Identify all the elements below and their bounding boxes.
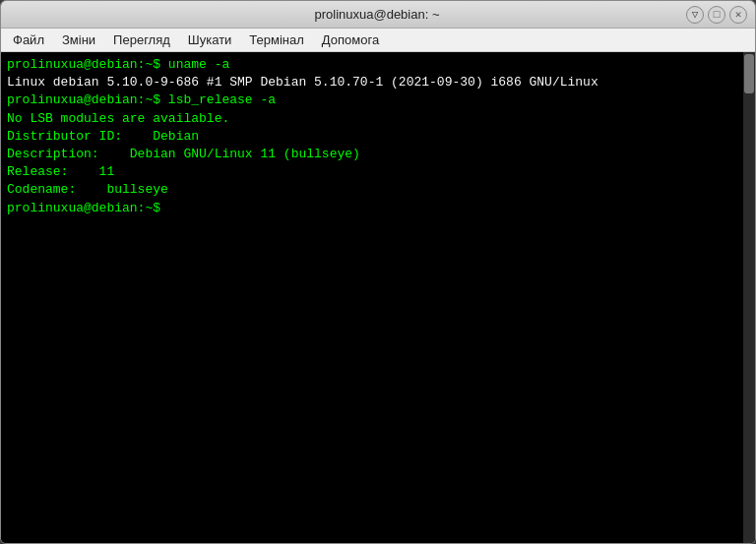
terminal-body[interactable]: prolinuxua@debian:~$ uname -aLinux debia… xyxy=(1,52,755,543)
close-button[interactable]: ✕ xyxy=(729,6,747,24)
terminal-window: prolinuxua@debian: ~ ▽ □ ✕ Файл Зміни Пе… xyxy=(0,0,756,544)
minimize-button[interactable]: ▽ xyxy=(686,6,704,24)
terminal-line: Distributor ID: Debian xyxy=(7,128,749,146)
terminal-prompt: prolinuxua@debian:~$ xyxy=(7,201,168,215)
terminal-line: No LSB modules are available. xyxy=(7,110,749,128)
terminal-line: Release: 11 xyxy=(7,163,749,181)
terminal-prompt: prolinuxua@debian:~$ xyxy=(7,92,168,107)
window-title: prolinuxua@debian: ~ xyxy=(68,7,686,22)
menu-help[interactable]: Допомога xyxy=(314,30,387,49)
terminal-line: prolinuxua@debian:~$ xyxy=(7,200,749,217)
window-controls: ▽ □ ✕ xyxy=(686,6,747,24)
terminal-line: Description: Debian GNU/Linux 11 (bullse… xyxy=(7,146,749,163)
maximize-button[interactable]: □ xyxy=(708,6,725,24)
terminal-line: Codename: bullseye xyxy=(7,181,749,199)
terminal-prompt: prolinuxua@debian:~$ xyxy=(7,57,168,72)
menubar: Файл Зміни Перегляд Шукати Термінал Допо… xyxy=(1,29,755,52)
menu-search[interactable]: Шукати xyxy=(180,30,240,49)
terminal-line: Linux debian 5.10.0-9-686 #1 SMP Debian … xyxy=(7,74,749,91)
scrollbar[interactable] xyxy=(743,52,755,543)
menu-terminal[interactable]: Термінал xyxy=(241,30,312,49)
terminal-command: lsb_release -a xyxy=(168,92,276,107)
terminal-line: prolinuxua@debian:~$ lsb_release -a xyxy=(7,91,749,109)
menu-view[interactable]: Перегляд xyxy=(105,30,178,49)
terminal-output: prolinuxua@debian:~$ uname -aLinux debia… xyxy=(7,56,749,217)
titlebar: prolinuxua@debian: ~ ▽ □ ✕ xyxy=(1,1,755,29)
menu-file[interactable]: Файл xyxy=(5,30,52,49)
terminal-command: uname -a xyxy=(168,57,229,72)
menu-edit[interactable]: Зміни xyxy=(54,30,103,49)
terminal-line: prolinuxua@debian:~$ uname -a xyxy=(7,56,749,74)
scrollbar-thumb[interactable] xyxy=(744,54,754,93)
